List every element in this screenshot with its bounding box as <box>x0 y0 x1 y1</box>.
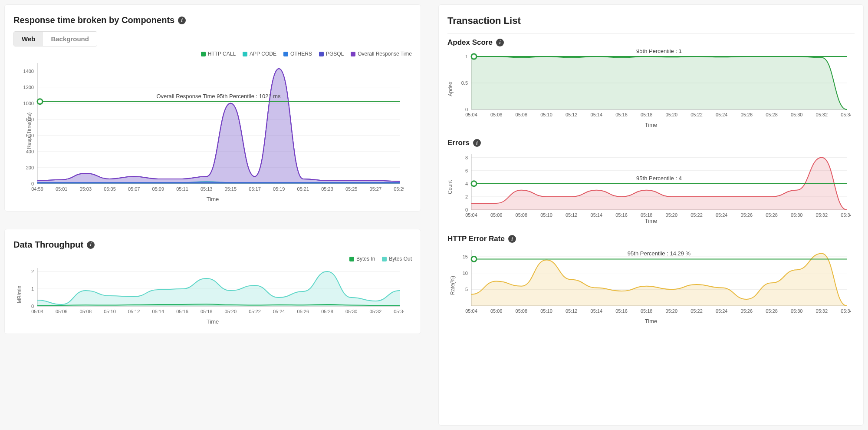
svg-text:1: 1 <box>465 54 468 59</box>
svg-text:05:34: 05:34 <box>841 112 851 117</box>
svg-text:05:22: 05:22 <box>249 309 261 314</box>
response-chart[interactable]: Resp. Time(ms) 0200400600800100012001400… <box>13 59 412 202</box>
svg-text:05:18: 05:18 <box>641 112 653 117</box>
svg-text:05:30: 05:30 <box>791 308 803 314</box>
svg-text:200: 200 <box>26 165 34 170</box>
svg-text:0: 0 <box>31 181 34 186</box>
svg-text:05:34: 05:34 <box>841 212 851 218</box>
legend-swatch <box>319 52 324 56</box>
svg-text:05:26: 05:26 <box>297 309 309 314</box>
legend-swatch <box>201 52 206 56</box>
svg-text:05:10: 05:10 <box>104 309 116 314</box>
svg-text:2: 2 <box>465 194 468 199</box>
svg-text:05:26: 05:26 <box>741 308 753 314</box>
svg-text:1000: 1000 <box>23 101 34 106</box>
svg-text:05:10: 05:10 <box>540 212 552 218</box>
info-icon[interactable]: i <box>473 139 481 147</box>
svg-text:05:12: 05:12 <box>128 309 140 314</box>
info-icon[interactable]: i <box>496 39 504 46</box>
legend-label: APP CODE <box>250 51 276 57</box>
legend-item[interactable]: Bytes In <box>349 256 375 262</box>
svg-text:05:24: 05:24 <box>273 309 285 314</box>
panel-title: Data Throughput i <box>13 240 412 250</box>
x-axis-label: Time <box>13 196 412 202</box>
response-legend: HTTP CALLAPP CODEOTHERSPGSQLOverall Resp… <box>13 51 412 57</box>
svg-text:0: 0 <box>465 107 468 112</box>
svg-text:05:18: 05:18 <box>641 212 653 218</box>
x-axis-label: Time <box>13 318 412 325</box>
svg-text:05:24: 05:24 <box>716 212 728 218</box>
svg-text:05:30: 05:30 <box>345 309 358 314</box>
legend-label: PGSQL <box>326 51 344 57</box>
svg-text:05:30: 05:30 <box>791 112 803 117</box>
svg-text:05:12: 05:12 <box>566 212 578 218</box>
svg-text:95th Percentile : 14.29 %: 95th Percentile : 14.29 % <box>628 250 691 257</box>
svg-text:05:27: 05:27 <box>370 186 382 192</box>
legend-swatch <box>382 257 387 261</box>
transaction-list-panel: Transaction List Apdex Score i Apdex 00.… <box>438 4 864 426</box>
errors-title: Errors i <box>447 139 855 147</box>
info-icon[interactable]: i <box>508 235 516 243</box>
svg-text:05:19: 05:19 <box>273 186 285 192</box>
errors-chart[interactable]: Count 0246805:0405:0605:0805:1005:1205:1… <box>447 150 855 224</box>
svg-text:05:20: 05:20 <box>666 212 678 218</box>
svg-text:05:20: 05:20 <box>225 309 237 314</box>
svg-text:05:24: 05:24 <box>716 308 728 314</box>
svg-text:05:06: 05:06 <box>56 309 68 314</box>
svg-text:05:10: 05:10 <box>540 308 552 314</box>
x-axis-label: Time <box>447 218 855 224</box>
svg-text:95th Percentile : 4: 95th Percentile : 4 <box>636 175 682 182</box>
y-axis-label: Apdex <box>447 81 454 96</box>
legend-label: OTHERS <box>290 51 312 57</box>
svg-text:05:16: 05:16 <box>615 212 628 218</box>
svg-text:05:15: 05:15 <box>225 186 237 192</box>
legend-item[interactable]: Bytes Out <box>382 256 412 262</box>
svg-text:05:08: 05:08 <box>516 112 528 117</box>
legend-label: Overall Response Time <box>358 51 412 57</box>
throughput-legend: Bytes InBytes Out <box>13 256 412 262</box>
svg-text:05:11: 05:11 <box>176 186 188 192</box>
svg-text:05:34: 05:34 <box>841 308 851 314</box>
legend-item[interactable]: PGSQL <box>319 51 344 57</box>
y-axis-label: Resp. Time(ms) <box>26 112 32 149</box>
info-icon[interactable]: i <box>178 17 186 24</box>
svg-text:0: 0 <box>31 304 34 309</box>
svg-text:05:10: 05:10 <box>540 112 552 117</box>
svg-text:05:14: 05:14 <box>591 308 603 314</box>
tab-web[interactable]: Web <box>14 32 43 46</box>
svg-text:05:20: 05:20 <box>666 308 678 314</box>
svg-text:05:32: 05:32 <box>370 309 382 314</box>
info-icon[interactable]: i <box>87 241 95 249</box>
svg-text:0: 0 <box>465 207 468 212</box>
y-axis-label: MB/min <box>16 285 23 303</box>
legend-item[interactable]: HTTP CALL <box>201 51 236 57</box>
svg-text:05:06: 05:06 <box>490 212 503 218</box>
svg-text:1: 1 <box>31 286 34 291</box>
legend-item[interactable]: OTHERS <box>283 51 312 57</box>
x-axis-label: Time <box>447 122 855 128</box>
svg-text:05:17: 05:17 <box>249 186 261 192</box>
svg-text:5: 5 <box>465 287 468 292</box>
svg-text:1400: 1400 <box>23 69 34 74</box>
svg-point-35 <box>37 99 43 104</box>
svg-text:05:28: 05:28 <box>766 112 778 117</box>
http-error-chart[interactable]: Rate(%) 5101505:0405:0605:0805:1005:1205… <box>447 246 855 324</box>
throughput-chart[interactable]: MB/min 01205:0405:0605:0805:1005:1205:14… <box>13 264 412 325</box>
legend-swatch <box>349 257 354 261</box>
svg-text:6: 6 <box>465 168 468 173</box>
tab-background[interactable]: Background <box>43 32 97 46</box>
svg-text:05:16: 05:16 <box>615 308 628 314</box>
legend-label: HTTP CALL <box>208 51 236 57</box>
svg-text:05:16: 05:16 <box>615 112 628 117</box>
svg-text:05:13: 05:13 <box>201 186 213 192</box>
apdex-chart[interactable]: Apdex 00.5105:0405:0605:0805:1005:1205:1… <box>447 50 855 128</box>
svg-text:05:28: 05:28 <box>766 212 778 218</box>
svg-text:2: 2 <box>31 269 34 274</box>
svg-text:05:12: 05:12 <box>566 112 578 117</box>
y-axis-label: Rate(%) <box>450 275 456 294</box>
legend-item[interactable]: Overall Response Time <box>351 51 412 57</box>
response-tabs: Web Background <box>13 31 97 46</box>
legend-item[interactable]: APP CODE <box>243 51 276 57</box>
svg-point-86 <box>471 54 477 59</box>
svg-text:05:26: 05:26 <box>741 112 753 117</box>
